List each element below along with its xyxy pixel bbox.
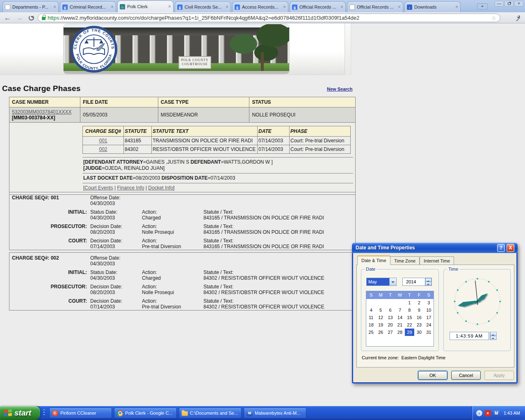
tab-close-icon[interactable]: × [283,5,286,9]
taskbar-button-0[interactable]: CPiriform CCleaner [49,408,112,418]
reload-icon[interactable] [29,15,34,21]
minimize-button[interactable]: — [495,1,504,7]
calendar-day-2[interactable]: 2 [414,299,424,306]
taskbar-button-1[interactable]: Polk Clerk - Google C... [114,408,177,418]
calendar-day-31[interactable]: 31 [424,329,434,336]
calendar-day-11[interactable]: 11 [366,314,376,321]
spin-up-icon[interactable] [425,278,431,282]
calendar-day-28[interactable]: 28 [395,329,404,336]
browser-tab-1[interactable]: gCriminal Record...× [60,1,116,12]
tab-close-icon[interactable]: × [168,4,171,9]
restore-button[interactable] [504,1,514,7]
dialog-help-button[interactable]: ? [497,244,505,252]
ok-button[interactable]: OK [418,371,447,380]
calendar-day-19[interactable]: 19 [376,321,385,329]
calendar-day-8[interactable]: 8 [405,306,414,314]
tab-internet-time[interactable]: Internet Time [420,256,454,265]
calendar-day-17[interactable]: 17 [424,314,434,321]
dialog-close-button[interactable]: X [507,244,514,252]
tab-time-zone[interactable]: Time Zone [390,256,420,265]
taskbar-button-3[interactable]: MMalwarebytes Anti-M... [244,408,306,418]
spin-up-icon[interactable] [490,332,497,336]
spin-down-icon[interactable] [490,336,497,340]
tab-close-icon[interactable]: × [340,5,343,9]
calendar-day-24[interactable]: 24 [424,321,434,329]
security-alert-icon[interactable]: × [485,410,491,416]
taskbar-button-2[interactable]: C:\Documents and Se... [179,408,242,418]
calendar-day-3[interactable]: 3 [424,299,434,306]
phase-cell: Statute / Text:843165 / TRANSMISSION ON … [203,224,353,235]
tab-close-icon[interactable]: × [455,5,458,9]
close-button[interactable]: × [514,1,523,7]
tray-collapse-icon[interactable]: ‹ [476,410,482,416]
phase-cell-label: Statute / Text: [203,238,353,244]
cancel-button[interactable]: Cancel [451,371,481,380]
chevron-down-icon[interactable] [389,278,396,285]
calendar-day-12[interactable]: 12 [376,314,385,321]
calendar-day-9[interactable]: 9 [414,306,424,314]
calendar-day-21[interactable]: 21 [395,321,404,329]
calendar-day-15[interactable]: 15 [405,314,414,321]
calendar-day-10[interactable]: 10 [424,306,434,314]
phase-cell-value: 843165 / TRANSMISSION ON POLICE OR FIRE … [203,215,353,221]
month-dropdown[interactable]: May [366,278,397,286]
year-spinner[interactable]: 2014 [402,278,432,286]
new-tab-button[interactable]: + [477,3,488,9]
calendar-day-14[interactable]: 14 [395,314,404,321]
spin-down-icon[interactable] [425,282,431,285]
tab-date-time[interactable]: Date & Time [357,256,390,265]
calendar-day-20[interactable]: 20 [386,321,395,329]
charge-seq-link[interactable]: 001 [99,138,107,144]
case-link-finance-info[interactable]: Finance Info [117,185,144,191]
tab-close-icon[interactable]: × [398,5,401,9]
info-label: [JUDGE [83,165,102,171]
timezone-line: Current time zone: Eastern Daylight Time [362,355,445,360]
address-bar[interactable]: https ://www2.myfloridacounty.com/ccm/do… [38,14,500,22]
calendar-day-13[interactable]: 13 [386,314,395,321]
case-link-court-events[interactable]: Court Events [84,185,113,191]
calendar-day-1[interactable]: 1 [405,299,414,306]
calendar-day-header: T [405,291,414,299]
case-link-docket-info[interactable]: Docket Info [148,185,173,191]
open-book-icon [83,48,105,55]
timezone-value: Eastern Daylight Time [402,355,446,360]
back-icon[interactable]: ← [4,14,11,21]
calendar-day-6[interactable]: 6 [386,306,395,314]
browser-tab-4[interactable]: gAccess Records...× [232,1,288,12]
forward-icon[interactable]: → [16,14,23,21]
calendar-day-29[interactable]: 29 [405,329,414,336]
browser-tab-0[interactable]: Departments - P...× [2,1,59,12]
new-search-link[interactable]: New Search [327,87,352,91]
time-input[interactable]: 1:43:59 AM [450,332,489,340]
malwarebytes-tray-icon[interactable]: M [493,410,500,416]
browser-tab-7[interactable]: ↓Downloads× [404,1,461,12]
calendar-day-16[interactable]: 16 [414,314,424,321]
case-number-link[interactable]: 532003MM00378401XXXX [12,109,71,115]
calendar-day-5[interactable]: 5 [376,306,385,314]
start-button[interactable]: start [0,406,40,420]
calendar-day-23[interactable]: 23 [414,321,424,329]
calendar-day-25[interactable]: 25 [366,329,376,336]
tab-close-icon[interactable]: × [111,5,114,9]
calendar-day-26[interactable]: 26 [376,329,385,336]
charge-seq-link[interactable]: 002 [99,146,107,152]
browser-tab-5[interactable]: gOfficial Records ...× [290,1,346,12]
browser-tab-2[interactable]: ⌂Polk Clerk× [117,0,173,12]
tray-clock: 1:43 AM [504,411,520,415]
calendar-day-22[interactable]: 22 [405,321,414,329]
tab-close-icon[interactable]: × [53,5,56,9]
browser-tab-3[interactable]: gCivil Records Se...× [175,1,231,12]
wrench-menu-icon[interactable] [514,15,521,21]
browser-tab-6[interactable]: Official Records ...× [347,1,403,12]
calendar-day-18[interactable]: 18 [366,321,376,329]
dialog-title: Date and Time Properties [356,245,415,251]
calendar-day-30[interactable]: 30 [414,329,424,336]
bookmark-star-icon[interactable]: ☆ [491,15,496,21]
calendar-day-27[interactable]: 27 [386,329,395,336]
calendar-day-7[interactable]: 7 [395,306,404,314]
phase-role-label: INITIAL: [12,269,87,281]
col-statute: STATUTE [124,126,152,137]
dialog-title-bar[interactable]: Date and Time Properties [352,243,518,253]
calendar-day-4[interactable]: 4 [366,306,376,314]
tab-close-icon[interactable]: × [226,5,228,9]
